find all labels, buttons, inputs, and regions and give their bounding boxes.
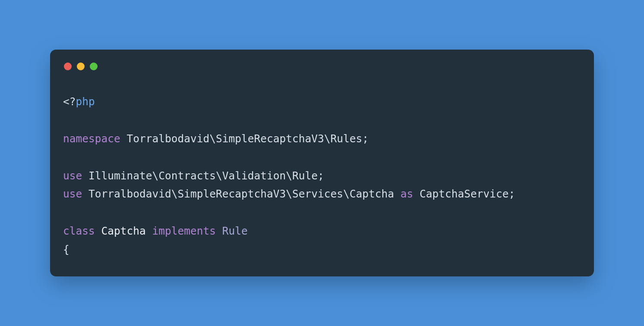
code-token: use [63,169,82,182]
code-token [216,225,222,237]
minimize-icon[interactable] [77,63,85,70]
code-token: CaptchaService; [413,188,515,200]
code-token: <? [63,95,76,108]
code-token: as [401,188,414,200]
maximize-icon[interactable] [90,63,98,70]
code-token: Captcha [95,225,152,237]
code-token: Torralbodavid\SimpleRecaptchaV3\Services… [82,188,401,200]
code-token: Rule [222,225,248,237]
code-token: php [76,95,95,108]
close-icon[interactable] [64,63,72,70]
window-controls [64,63,581,70]
code-token: namespace [63,132,120,145]
code-block: <?php namespace Torralbodavid\SimpleReca… [63,93,581,259]
code-token: Torralbodavid\SimpleRecaptchaV3\Rules; [120,132,369,145]
code-window: <?php namespace Torralbodavid\SimpleReca… [50,50,594,276]
code-token: class [63,225,95,237]
code-token: implements [152,225,216,237]
code-token: { [63,243,69,256]
code-token: use [63,188,82,200]
code-token: Illuminate\Contracts\Validation\Rule; [82,169,324,182]
